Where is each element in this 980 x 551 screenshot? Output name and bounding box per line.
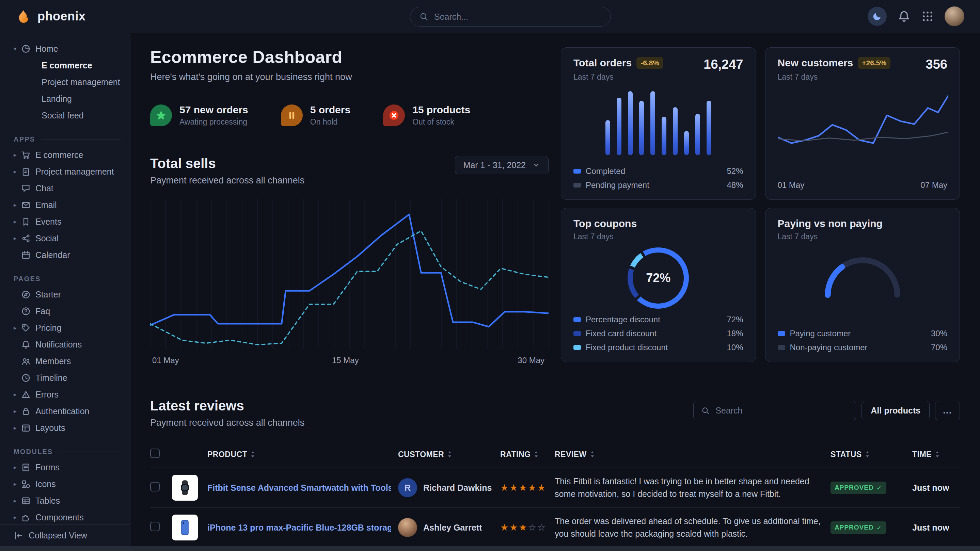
legend-swatch (573, 317, 581, 322)
customer-avatar[interactable] (398, 518, 417, 537)
sidebar-item-label: Authentication (35, 407, 89, 416)
top-coupons-card: Top coupons Last 7 days 72% Percentage d… (561, 208, 756, 362)
sidebar-item-errors[interactable]: ▸Errors (0, 386, 130, 403)
sidebar-subitem-social-feed[interactable]: Social feed (0, 107, 130, 124)
column-header-review[interactable]: REVIEW (555, 442, 830, 468)
sidebar-item-tables[interactable]: ▸Tables (0, 492, 130, 509)
new-customers-value: 356 (926, 57, 947, 72)
question-icon (21, 306, 31, 316)
sidebar-item-e-commerce[interactable]: ▸E commerce (0, 147, 130, 164)
column-header-customer[interactable]: CUSTOMER (398, 442, 500, 468)
row-checkbox[interactable] (150, 482, 160, 491)
column-header-rating[interactable]: RATING (500, 442, 555, 468)
sidebar-item-notifications[interactable]: Notifications (0, 336, 130, 353)
status-badge: APPROVED✓ (830, 521, 886, 534)
sort-icon[interactable] (935, 451, 939, 458)
all-products-filter-button[interactable]: All products (862, 401, 930, 420)
top-navbar: phoenix Search... (0, 0, 980, 33)
column-header-status[interactable]: STATUS (830, 442, 912, 468)
date-range-select[interactable]: Mar 1 - 31, 2022 (455, 156, 549, 174)
sidebar-item-forms[interactable]: ▸Forms (0, 459, 130, 476)
sidebar-subitem-e-commerce[interactable]: E commerce (0, 57, 130, 74)
sidebar-item-label: Project management (35, 167, 114, 177)
reviews-table: PRODUCTCUSTOMERRATINGREVIEWSTATUSTIME Fi… (150, 442, 960, 546)
sidebar-item-members[interactable]: Members (0, 353, 130, 370)
product-image[interactable] (172, 514, 198, 540)
sidebar-item-email[interactable]: ▸Email (0, 197, 130, 213)
sidebar-item-starter[interactable]: Starter (0, 286, 130, 303)
sidebar-item-events[interactable]: ▸Events (0, 213, 130, 230)
global-search-input[interactable]: Search... (410, 7, 611, 27)
theme-toggle-button[interactable] (868, 7, 887, 26)
collapse-view-toggle[interactable]: Collapsed View (0, 524, 130, 546)
sidebar-item-chat[interactable]: Chat (0, 180, 130, 197)
legend-item-percentage-discount: Percentage discount72% (573, 315, 743, 324)
sidebar-item-social[interactable]: ▸Social (0, 230, 130, 247)
review-text: The order was delivered ahead of schedul… (555, 515, 824, 540)
sort-icon[interactable] (534, 451, 538, 458)
x-axis-label: 15 May (332, 356, 359, 365)
sidebar-item-label: Events (35, 217, 61, 227)
product-link[interactable]: Fitbit Sense Advanced Smartwatch with To… (207, 483, 391, 493)
sidebar-item-icons[interactable]: ▸Icons (0, 476, 130, 492)
product-link[interactable]: iPhone 13 pro max-Pacific Blue-128GB sto… (207, 523, 391, 533)
sidebar-item-layouts[interactable]: ▸Layouts (0, 420, 130, 436)
row-checkbox[interactable] (150, 522, 160, 531)
select-all-checkbox[interactable] (150, 449, 160, 458)
sidebar-item-home[interactable]: ▾Home (0, 41, 130, 57)
customer-name[interactable]: Richard Dawkins (423, 483, 492, 493)
reviews-header-row: PRODUCTCUSTOMERRATINGREVIEWSTATUSTIME (150, 442, 960, 468)
sidebar-item-authentication[interactable]: ▸Authentication (0, 403, 130, 420)
review-time: Just now (912, 483, 949, 492)
legend-label: Percentage discount (586, 315, 660, 324)
check-icon: ✓ (877, 524, 882, 532)
apps-grid-icon[interactable] (921, 10, 934, 22)
phoenix-logo-icon (16, 8, 32, 24)
sidebar-item-timeline[interactable]: Timeline (0, 370, 130, 386)
moon-icon (872, 11, 882, 21)
sort-icon[interactable] (865, 451, 870, 458)
product-image[interactable] (172, 475, 198, 501)
sidebar-nav: ▾HomeE commerceProject managementLanding… (0, 33, 130, 524)
sidebar-item-components[interactable]: ▸Components (0, 509, 130, 524)
column-header-product[interactable]: PRODUCT (207, 442, 398, 468)
stat-value: 57 new orders (180, 104, 248, 116)
warning-icon (21, 390, 31, 400)
brand-logo[interactable]: phoenix (16, 8, 86, 24)
legend-swatch (573, 183, 581, 187)
notifications-bell-icon[interactable] (897, 10, 910, 23)
sort-icon[interactable] (251, 451, 255, 458)
reviews-controls: Search All products ... (693, 401, 960, 420)
column-header-time[interactable]: TIME (912, 442, 960, 468)
stats-row: 57 new ordersAwating processing5 ordersO… (150, 104, 549, 127)
cross-icon (383, 105, 405, 126)
reviews-search-input[interactable]: Search (693, 401, 856, 420)
sort-icon[interactable] (447, 451, 452, 458)
total-orders-change-badge: -6.8% (636, 57, 663, 69)
review-row: Fitbit Sense Advanced Smartwatch with To… (150, 468, 960, 508)
total-sells-chart (150, 199, 549, 349)
sidebar-item-faq[interactable]: Faq (0, 303, 130, 319)
sidebar-item-calendar[interactable]: Calendar (0, 247, 130, 264)
customer-avatar[interactable]: R (398, 478, 417, 497)
order-bar (706, 101, 711, 155)
clock-icon (21, 373, 31, 383)
more-options-button[interactable]: ... (935, 401, 960, 420)
order-bar (605, 120, 610, 155)
sidebar-item-project-management[interactable]: ▸Project management (0, 164, 130, 180)
review-row: iPhone 13 pro max-Pacific Blue-128GB sto… (150, 508, 960, 546)
sort-icon[interactable] (590, 451, 595, 458)
horizontal-scrollbar[interactable] (0, 546, 980, 551)
user-avatar[interactable] (945, 6, 964, 26)
sidebar-item-pricing[interactable]: ▸Pricing (0, 319, 130, 336)
table-icon (21, 496, 31, 506)
page-subtitle: Here's what's going on at your business … (150, 72, 549, 83)
sidebar-item-label: Icons (35, 479, 56, 489)
sidebar-subitem-project-management[interactable]: Project management (0, 74, 130, 91)
legend-label: Fixed card discount (586, 329, 657, 338)
sidebar-item-label: Home (35, 44, 58, 54)
column-label: PRODUCT (207, 450, 247, 459)
customer-name[interactable]: Ashley Garrett (423, 523, 482, 533)
caret-right-icon: ▸ (14, 497, 21, 504)
sidebar-subitem-landing[interactable]: Landing (0, 91, 130, 107)
